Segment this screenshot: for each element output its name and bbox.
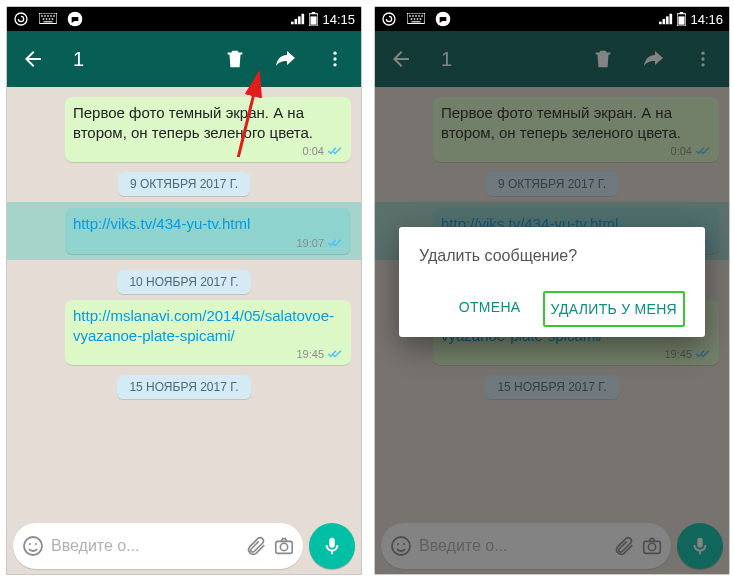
- overflow-menu-button[interactable]: [317, 41, 353, 77]
- svg-point-23: [24, 537, 42, 555]
- overflow-menu-button[interactable]: [685, 41, 721, 77]
- signal-icon: [659, 13, 673, 25]
- message-bubble[interactable]: Первое фото темный экран. А на втором, о…: [65, 97, 351, 162]
- svg-rect-35: [418, 15, 420, 17]
- read-ticks-icon: [695, 349, 711, 359]
- dialog-title: Удалить сообщение?: [419, 247, 685, 265]
- svg-point-50: [701, 52, 704, 55]
- svg-rect-44: [663, 19, 666, 24]
- back-button[interactable]: [15, 41, 51, 77]
- message-bubble-selected[interactable]: http://viks.tv/434-yu-tv.html 19:07: [65, 208, 351, 254]
- chat-notif-icon: [435, 11, 451, 27]
- emoji-icon: [389, 534, 413, 558]
- date-separator: 9 ОКТЯБРЯ 2017 Г.: [118, 172, 250, 196]
- svg-rect-6: [53, 15, 55, 17]
- dialog-cancel-button[interactable]: ОТМЕНА: [453, 291, 527, 327]
- delete-button[interactable]: [585, 41, 621, 77]
- svg-rect-45: [666, 16, 669, 24]
- chat-notif-icon: [67, 11, 83, 27]
- svg-rect-43: [659, 22, 662, 25]
- voice-record-button: [677, 523, 723, 569]
- attach-icon[interactable]: [245, 535, 267, 557]
- message-bubble: Первое фото темный экран. А на втором, о…: [433, 97, 719, 162]
- svg-rect-10: [52, 18, 54, 20]
- dialog-delete-for-me-button[interactable]: УДАЛИТЬ У МЕНЯ: [543, 291, 685, 327]
- message-link[interactable]: http://mslanavi.com/2014/05/salatovoe-vy…: [73, 306, 343, 345]
- input-placeholder: Введите о...: [51, 537, 239, 555]
- android-status-bar: 14:15: [7, 7, 361, 31]
- svg-point-57: [648, 543, 655, 550]
- date-separator: 9 ОКТЯБРЯ 2017 Г.: [486, 172, 618, 196]
- status-time: 14:16: [690, 12, 723, 27]
- message-time: 0:04: [303, 144, 324, 158]
- app-indicator-icon: [381, 11, 397, 27]
- svg-rect-19: [311, 16, 317, 24]
- message-input: Введите о...: [381, 523, 671, 569]
- attach-icon: [613, 535, 635, 557]
- read-ticks-icon: [327, 238, 343, 248]
- status-time: 14:15: [322, 12, 355, 27]
- svg-point-20: [333, 52, 336, 55]
- app-indicator-icon: [13, 11, 29, 27]
- message-time: 19:45: [296, 347, 324, 361]
- svg-point-21: [333, 57, 336, 60]
- date-separator: 15 НОЯБРЯ 2017 Г.: [485, 375, 618, 399]
- svg-point-24: [29, 543, 31, 545]
- svg-rect-3: [44, 15, 46, 17]
- message-time: 0:04: [671, 144, 692, 158]
- screenshot-left: 14:15 1 Первое фото темный экран. А на в…: [6, 6, 362, 575]
- date-separator: 10 НОЯБРЯ 2017 Г.: [117, 270, 250, 294]
- svg-rect-36: [421, 15, 423, 17]
- message-input[interactable]: Введите о...: [13, 523, 303, 569]
- svg-point-27: [280, 543, 287, 550]
- chat-area[interactable]: Первое фото темный экран. А на втором, о…: [7, 87, 361, 518]
- input-placeholder: Введите о...: [419, 537, 607, 555]
- svg-point-53: [392, 537, 410, 555]
- svg-rect-16: [302, 14, 305, 25]
- svg-rect-34: [415, 15, 417, 17]
- voice-record-button[interactable]: [309, 523, 355, 569]
- svg-rect-33: [412, 15, 414, 17]
- svg-rect-5: [50, 15, 52, 17]
- message-bubble[interactable]: http://mslanavi.com/2014/05/salatovoe-vy…: [65, 300, 351, 365]
- svg-rect-40: [420, 18, 422, 20]
- svg-rect-38: [414, 18, 416, 20]
- delete-button[interactable]: [217, 41, 253, 77]
- emoji-icon[interactable]: [21, 534, 45, 558]
- svg-point-51: [701, 57, 704, 60]
- forward-button[interactable]: [267, 41, 303, 77]
- battery-icon: [309, 12, 318, 26]
- read-ticks-icon: [695, 146, 711, 156]
- message-link[interactable]: http://viks.tv/434-yu-tv.html: [73, 214, 343, 234]
- camera-icon[interactable]: [273, 535, 295, 557]
- message-time: 19:45: [664, 347, 692, 361]
- message-text: Первое фото темный экран. А на втором, о…: [441, 103, 711, 142]
- svg-point-22: [333, 63, 336, 66]
- svg-rect-7: [43, 18, 45, 20]
- svg-rect-15: [298, 16, 301, 24]
- svg-rect-37: [411, 18, 413, 20]
- svg-point-0: [15, 13, 27, 25]
- screenshot-right: 14:16 1 Первое фото темный экран. А на в…: [374, 6, 730, 575]
- keyboard-icon: [39, 13, 57, 25]
- camera-icon: [641, 535, 663, 557]
- svg-rect-46: [670, 14, 673, 25]
- svg-rect-32: [409, 15, 411, 17]
- forward-button[interactable]: [635, 41, 671, 77]
- svg-point-30: [383, 13, 395, 25]
- svg-point-54: [397, 543, 399, 545]
- svg-rect-14: [295, 19, 298, 24]
- keyboard-icon: [407, 13, 425, 25]
- back-button[interactable]: [383, 41, 419, 77]
- chat-input-bar: Введите о...: [375, 518, 729, 574]
- date-separator: 15 НОЯБРЯ 2017 Г.: [117, 375, 250, 399]
- delete-message-dialog: Удалить сообщение? ОТМЕНА УДАЛИТЬ У МЕНЯ: [399, 227, 705, 337]
- battery-icon: [677, 12, 686, 26]
- selection-action-bar: 1: [7, 31, 361, 87]
- chat-input-bar: Введите о...: [7, 518, 361, 574]
- svg-rect-13: [291, 22, 294, 25]
- svg-rect-8: [46, 18, 48, 20]
- svg-rect-41: [412, 21, 421, 22]
- svg-point-52: [701, 63, 704, 66]
- selection-action-bar: 1: [375, 31, 729, 87]
